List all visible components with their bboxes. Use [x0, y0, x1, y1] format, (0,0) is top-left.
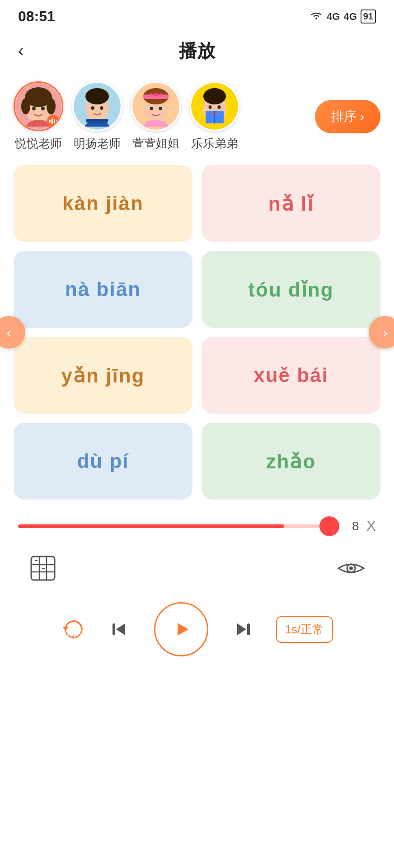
teacher-avatar-yy [14, 81, 63, 131]
word-text-0: kàn jiàn [62, 192, 144, 215]
svg-rect-47 [247, 623, 250, 635]
svg-point-28 [160, 112, 164, 115]
avatar-face-my [74, 83, 121, 130]
svg-point-44 [349, 566, 353, 570]
teacher-name-xx: 萱萱姐姐 [132, 136, 179, 151]
word-card-7[interactable]: zhǎo [202, 423, 380, 500]
prev-button[interactable] [109, 618, 131, 641]
player-controls: 1 1s/正常 [0, 593, 394, 675]
teacher-avatar-xx [131, 81, 181, 131]
status-bar: 08:51 4G 4G 91 [0, 0, 394, 29]
word-text-3: tóu dǐng [248, 278, 333, 301]
word-text-7: zhǎo [266, 450, 316, 473]
svg-point-4 [21, 98, 30, 114]
word-card-0[interactable]: kàn jiàn [14, 165, 192, 242]
battery-icon: 91 [361, 9, 376, 24]
svg-point-5 [47, 98, 56, 114]
word-card-1[interactable]: nǎ lǐ [202, 165, 380, 242]
word-card-4[interactable]: yǎn jīng [14, 337, 192, 414]
teacher-item-yy[interactable]: 悦悦老师 [14, 81, 63, 151]
svg-rect-11 [52, 118, 53, 124]
svg-point-18 [100, 106, 103, 110]
bottom-toolbar [0, 539, 394, 593]
teacher-avatar-my [72, 81, 122, 131]
status-time: 08:51 [18, 8, 55, 25]
svg-point-27 [147, 112, 152, 115]
teacher-name-yy: 悦悦老师 [15, 136, 62, 151]
teacher-item-ll[interactable]: 乐乐弟弟 [190, 81, 239, 151]
svg-point-35 [218, 105, 221, 109]
eye-icon[interactable] [335, 552, 367, 584]
svg-text:1: 1 [72, 633, 75, 641]
svg-point-31 [203, 88, 226, 104]
progress-track[interactable] [18, 524, 331, 528]
svg-rect-12 [54, 119, 55, 123]
svg-point-34 [209, 105, 212, 109]
teacher-name-ll: 乐乐弟弟 [191, 136, 238, 151]
svg-point-24 [154, 93, 158, 96]
word-card-5[interactable]: xuě bái [202, 337, 380, 414]
svg-rect-13 [56, 120, 57, 122]
flashcard-icon[interactable] [27, 552, 59, 584]
back-button[interactable]: ‹ [18, 41, 24, 61]
svg-rect-10 [49, 120, 51, 123]
teacher-avatar-ll [190, 81, 239, 131]
play-button[interactable] [154, 602, 208, 656]
svg-point-6 [32, 107, 36, 111]
status-icons: 4G 4G 91 [310, 9, 376, 24]
sort-button[interactable]: 排序 › [315, 100, 380, 133]
next-button[interactable] [231, 618, 253, 641]
wifi-icon [310, 10, 323, 24]
word-text-5: xuě bái [253, 364, 328, 387]
sound-wave-icon [47, 115, 60, 127]
avatar-face-ll [191, 83, 238, 130]
word-card-3[interactable]: tóu dǐng [202, 251, 380, 328]
word-text-1: nǎ lǐ [268, 192, 314, 215]
repeat-button[interactable]: 1 [61, 617, 86, 642]
progress-row: 8 X [0, 504, 394, 539]
progress-close-button[interactable]: X [366, 518, 376, 534]
word-card-6[interactable]: dù pí [14, 423, 192, 500]
header: ‹ 播放 [0, 29, 394, 72]
word-text-4: yǎn jīng [61, 364, 145, 387]
teacher-name-my: 明扬老师 [74, 136, 121, 151]
svg-point-26 [159, 107, 162, 110]
svg-point-9 [42, 111, 48, 115]
svg-point-7 [41, 107, 45, 111]
teachers-row: 悦悦老师 明扬老师 [0, 72, 394, 160]
signal-icon-2: 4G [343, 11, 356, 23]
progress-number: 8 [352, 519, 359, 533]
word-text-6: dù pí [77, 450, 129, 472]
svg-point-16 [85, 88, 109, 104]
avatar-face-xx [132, 83, 179, 130]
progress-thumb [319, 516, 339, 536]
signal-icon-1: 4G [327, 11, 340, 23]
progress-fill [18, 524, 284, 528]
svg-point-25 [150, 107, 153, 110]
word-text-2: nà biān [65, 278, 141, 301]
svg-rect-46 [113, 623, 115, 635]
word-grid: ‹ › kàn jiàn nǎ lǐ nà biān tóu dǐng yǎn … [0, 160, 394, 504]
page-title: 播放 [179, 38, 215, 63]
svg-rect-19 [86, 119, 108, 123]
teacher-item-my[interactable]: 明扬老师 [72, 81, 122, 151]
teacher-item-xx[interactable]: 萱萱姐姐 [131, 81, 181, 151]
word-card-2[interactable]: nà biān [14, 251, 192, 328]
svg-point-8 [29, 111, 34, 115]
speed-button[interactable]: 1s/正常 [276, 616, 333, 643]
svg-point-0 [315, 18, 317, 19]
